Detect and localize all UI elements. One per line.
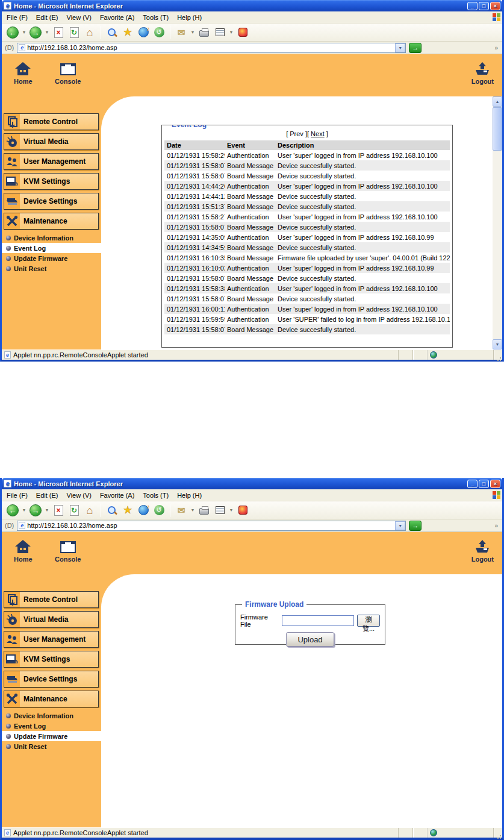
mail-button[interactable]: ✉ bbox=[174, 503, 188, 518]
sidebar-item-user-management[interactable]: User Management bbox=[4, 153, 99, 170]
forward-dropdown[interactable]: ▼ bbox=[44, 508, 50, 512]
messenger-button[interactable] bbox=[235, 503, 250, 518]
messenger-button[interactable] bbox=[235, 25, 250, 40]
menu-view[interactable]: View (V) bbox=[67, 492, 92, 499]
media-button[interactable] bbox=[136, 503, 151, 518]
print-button[interactable] bbox=[197, 503, 211, 518]
menu-tools[interactable]: Tools (T) bbox=[143, 14, 169, 21]
logout-nav[interactable]: Logout bbox=[471, 539, 494, 563]
mail-dropdown[interactable]: ▼ bbox=[190, 508, 196, 512]
logout-nav[interactable]: Logout bbox=[471, 61, 494, 85]
toolbar: ← ▼ → ▼ × ↻ ⌂ ★ ↺ ✉ ▼ ▼ bbox=[2, 501, 502, 519]
titlebar[interactable]: e Home - Microsoft Internet Explorer _ □… bbox=[2, 0, 502, 11]
resize-grip[interactable] bbox=[494, 828, 502, 838]
home-nav[interactable]: Home bbox=[14, 61, 33, 85]
sidebar-subitem-device-information[interactable]: Device Information bbox=[2, 233, 101, 243]
edit-button[interactable] bbox=[213, 25, 227, 40]
menu-help[interactable]: Help (H) bbox=[177, 14, 202, 21]
forward-dropdown[interactable]: ▼ bbox=[44, 30, 50, 34]
console-nav[interactable]: Console bbox=[55, 61, 81, 85]
address-dropdown[interactable]: ▼ bbox=[395, 521, 405, 530]
home-nav[interactable]: Home bbox=[14, 539, 33, 563]
search-button[interactable] bbox=[105, 25, 119, 40]
sidebar-subitem-event-log[interactable]: Event Log bbox=[2, 721, 101, 731]
resize-grip[interactable] bbox=[494, 350, 502, 360]
sidebar-item-remote-control[interactable]: Remote Control bbox=[4, 113, 99, 130]
close-button[interactable]: × bbox=[490, 480, 500, 488]
refresh-button[interactable]: ↻ bbox=[67, 503, 81, 518]
go-button[interactable]: → bbox=[409, 521, 422, 531]
home-button[interactable]: ⌂ bbox=[82, 503, 97, 518]
menu-edit[interactable]: Edit (E) bbox=[36, 14, 58, 21]
history-button[interactable]: ↺ bbox=[152, 503, 166, 518]
scroll-up-button[interactable]: ▲ bbox=[493, 96, 502, 107]
sidebar-item-remote-control[interactable]: Remote Control bbox=[4, 591, 99, 608]
menu-tools[interactable]: Tools (T) bbox=[143, 492, 169, 499]
vertical-scrollbar[interactable]: ▲ ▼ bbox=[493, 96, 502, 349]
stop-button[interactable]: × bbox=[51, 503, 66, 518]
toolbar-overflow-chevron[interactable]: » bbox=[494, 45, 499, 51]
upload-button[interactable]: Upload bbox=[286, 632, 334, 647]
mail-button[interactable]: ✉ bbox=[174, 25, 188, 40]
back-button[interactable]: ← bbox=[5, 25, 20, 40]
prev-link[interactable]: [ Prev ] bbox=[286, 130, 307, 137]
menu-favorite[interactable]: Favorite (A) bbox=[100, 492, 134, 499]
back-button[interactable]: ← bbox=[5, 503, 20, 518]
back-dropdown[interactable]: ▼ bbox=[21, 508, 27, 512]
browse-button[interactable]: 瀏覽... bbox=[357, 615, 380, 627]
menu-file[interactable]: File (F) bbox=[7, 492, 28, 499]
refresh-button[interactable]: ↻ bbox=[67, 25, 81, 40]
favorites-button[interactable]: ★ bbox=[120, 503, 135, 518]
media-button[interactable] bbox=[136, 25, 151, 40]
firmware-file-input[interactable] bbox=[282, 615, 354, 626]
print-button[interactable] bbox=[197, 25, 211, 40]
sidebar-item-kvm-settings[interactable]: KVM Settings bbox=[4, 651, 99, 668]
address-dropdown[interactable]: ▼ bbox=[395, 43, 405, 52]
next-link[interactable]: Next bbox=[311, 130, 325, 137]
history-button[interactable]: ↺ bbox=[152, 25, 166, 40]
maximize-button[interactable]: □ bbox=[479, 480, 489, 488]
back-dropdown[interactable]: ▼ bbox=[21, 30, 27, 34]
edit-button[interactable] bbox=[213, 503, 227, 518]
toolbar-overflow-chevron[interactable]: » bbox=[494, 522, 499, 529]
sidebar-subitem-update-firmware[interactable]: Update Firmware bbox=[2, 731, 101, 741]
sidebar-item-user-management[interactable]: User Management bbox=[4, 631, 99, 648]
go-button[interactable]: → bbox=[409, 43, 422, 53]
stop-button[interactable]: × bbox=[51, 25, 66, 40]
sidebar-item-maintenance[interactable]: Maintenance bbox=[4, 691, 99, 707]
scroll-down-button[interactable]: ▼ bbox=[493, 339, 502, 349]
menu-view[interactable]: View (V) bbox=[67, 14, 92, 21]
sidebar-item-device-settings[interactable]: Device Settings bbox=[4, 671, 99, 688]
menu-help[interactable]: Help (H) bbox=[177, 492, 202, 499]
menu-edit[interactable]: Edit (E) bbox=[36, 492, 58, 499]
search-button[interactable] bbox=[105, 503, 119, 518]
minimize-button[interactable]: _ bbox=[467, 480, 478, 488]
edit-dropdown[interactable]: ▼ bbox=[228, 508, 234, 512]
address-input[interactable]: e http://192.168.10.23/home.asp ▼ bbox=[17, 521, 406, 531]
forward-button[interactable]: → bbox=[28, 503, 43, 518]
mail-dropdown[interactable]: ▼ bbox=[190, 30, 196, 34]
sidebar-subitem-device-information[interactable]: Device Information bbox=[2, 710, 101, 721]
sidebar-subitem-update-firmware[interactable]: Update Firmware bbox=[2, 253, 101, 263]
sidebar-item-virtual-media[interactable]: Virtual Media bbox=[4, 133, 99, 150]
sidebar-item-virtual-media[interactable]: Virtual Media bbox=[4, 611, 99, 628]
sidebar-item-device-settings[interactable]: Device Settings bbox=[4, 193, 99, 210]
menu-favorite[interactable]: Favorite (A) bbox=[100, 14, 134, 21]
sidebar-item-maintenance[interactable]: Maintenance bbox=[4, 213, 99, 230]
close-button[interactable]: × bbox=[490, 2, 500, 10]
scroll-thumb[interactable] bbox=[493, 107, 502, 151]
favorites-button[interactable]: ★ bbox=[120, 25, 135, 40]
maximize-button[interactable]: □ bbox=[479, 2, 489, 10]
sidebar-subitem-unit-reset[interactable]: Unit Reset bbox=[2, 263, 101, 274]
forward-button[interactable]: → bbox=[28, 25, 43, 40]
console-nav[interactable]: Console bbox=[55, 539, 81, 563]
address-input[interactable]: e http://192.168.10.23/home.asp ▼ bbox=[17, 43, 406, 53]
minimize-button[interactable]: _ bbox=[467, 2, 478, 10]
home-button[interactable]: ⌂ bbox=[82, 25, 97, 40]
edit-dropdown[interactable]: ▼ bbox=[228, 30, 234, 34]
sidebar-subitem-unit-reset[interactable]: Unit Reset bbox=[2, 741, 101, 751]
sidebar-subitem-event-log[interactable]: Event Log bbox=[2, 243, 101, 253]
sidebar-item-kvm-settings[interactable]: KVM Settings bbox=[4, 173, 99, 190]
menu-file[interactable]: File (F) bbox=[7, 14, 28, 21]
titlebar[interactable]: e Home - Microsoft Internet Explorer _ □… bbox=[2, 478, 502, 489]
